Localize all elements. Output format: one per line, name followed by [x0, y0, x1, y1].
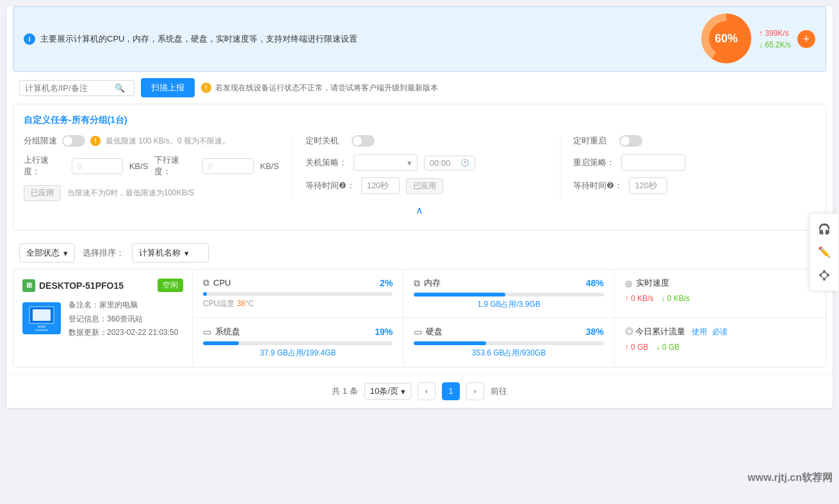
windows-icon: ⊞	[22, 279, 35, 292]
page-size-chevron: ▾	[401, 387, 405, 396]
search-icon[interactable]: 🔍	[115, 83, 125, 93]
restart-strategy-select[interactable]	[621, 154, 685, 171]
mem-detail: 1.9 GB占用/3.9GB	[414, 299, 603, 310]
collapse-button[interactable]: ∧	[24, 201, 815, 220]
info-icon: i	[24, 33, 35, 45]
restart-toggle[interactable]	[619, 135, 642, 147]
applied-button[interactable]: 已应用	[24, 185, 61, 201]
svg-rect-2	[827, 274, 829, 276]
speed-down: ↓ 65.2K/s	[759, 40, 791, 49]
banner-info: i 主要展示计算机的CPU，内存，系统盘，硬盘，实时速度等，支持对终端进行限速设…	[24, 33, 357, 45]
restart-strategy-label: 重启策略：	[573, 157, 615, 168]
speed-limit-col: 分组限速 ! 最低限速 100 KB/s。0 视为不限速。 上行速度： KB/S…	[24, 135, 279, 201]
warning-text: 若发现在线设备运行状态不正常，请尝试将客户端升级到最新版本	[215, 83, 438, 93]
sort-chevron-icon: ▾	[184, 248, 189, 258]
gauge-pct: 60%	[709, 21, 744, 56]
disk-detail: 37.9 GB占用/199.4GB	[203, 348, 393, 359]
disk-header: ▭ 系统盘 19%	[203, 326, 393, 337]
hdd-cell: ▭ 硬盘 38% 353.6 GB占用/930GB	[403, 318, 614, 367]
cpu-progress-bg	[203, 292, 393, 296]
flow-header: ◎ 今日累计流量 使用 必读	[625, 326, 815, 337]
disk-pct: 19%	[375, 327, 393, 337]
computer-update: 数据更新：2023-02-22 21:03:50	[69, 326, 178, 340]
sort-select[interactable]: 计算机名称 ▾	[132, 243, 209, 263]
limit-toggle[interactable]	[62, 135, 85, 147]
monitor-icon	[29, 306, 54, 331]
flow-cell: ◎ 今日累计流量 使用 必读 ↑ 0 GB ↓ 0 GB	[615, 318, 826, 367]
shutdown-toggle[interactable]	[352, 135, 375, 147]
svg-line-6	[820, 276, 824, 279]
search-box[interactable]: 🔍	[19, 80, 134, 96]
network-button[interactable]	[814, 265, 835, 286]
use-button[interactable]: 使用	[692, 327, 707, 336]
stats-grid: ⧉ CPU 2% CPU温度 38°C	[193, 270, 826, 367]
computer-info: 备注名：家里的电脑 登记信息：360资讯站 数据更新：2023-02-22 21…	[69, 298, 178, 340]
status-filter[interactable]: 全部状态 ▾	[19, 243, 75, 263]
hdd-progress-bg	[414, 341, 603, 345]
next-page-button[interactable]: ›	[466, 382, 484, 400]
toolbar: 🔍 扫描上报 ! 若发现在线设备运行状态不正常，请尝试将客户端升级到最新版本	[6, 72, 833, 104]
download-speed: ↓ 0 KB/s	[661, 294, 690, 303]
shutdown-col: 定时关机 关机策略： ▾ 00:00 🕐 等待时间❷：	[292, 135, 548, 201]
download-label: 下行速度：	[154, 154, 196, 177]
computer-login: 登记信息：360资讯站	[69, 313, 178, 327]
download-input[interactable]	[202, 158, 254, 174]
sort-label: 选择排序：	[83, 247, 124, 259]
upload-input[interactable]	[72, 158, 123, 174]
speed-cell: ◎ 实时速度 ↑ 0 KB/s ↓ 0 KB/s	[615, 270, 826, 318]
restart-wait-label: 等待时间❷：	[573, 180, 623, 191]
hdd-pct: 38%	[586, 327, 604, 337]
edit-button[interactable]: ✏️	[814, 242, 835, 263]
limit-label: 分组限速	[24, 135, 57, 147]
banner-right: 60% ↑ 399K/s ↓ 65.2K/s +	[701, 13, 815, 65]
shutdown-time-input[interactable]: 00:00 🕐	[424, 156, 475, 170]
page-size-selector[interactable]: 10条/页 ▾	[364, 383, 411, 400]
shutdown-wait-input[interactable]: 120秒	[361, 177, 400, 194]
cpu-progress-fill	[203, 292, 207, 296]
download-unit: KB/S	[260, 161, 279, 171]
upload-unit: KB/S	[129, 161, 149, 171]
headphone-button[interactable]: 🎧	[814, 219, 835, 240]
computer-left: ⊞ DESKTOP-51PFO15 空闲	[13, 270, 193, 367]
page-1-button[interactable]: 1	[442, 382, 460, 400]
cpu-temp: CPU温度 38°C	[203, 298, 393, 309]
shutdown-wait-label: 等待时间❷：	[305, 180, 355, 191]
disk-name: ▭ 系统盘	[203, 326, 240, 337]
hdd-name: ▭ 硬盘	[414, 326, 443, 337]
disk-cell: ▭ 系统盘 19% 37.9 GB占用/199.4GB	[193, 318, 403, 367]
speed-gauge: 60%	[701, 13, 753, 65]
top-banner: i 主要展示计算机的CPU，内存，系统盘，硬盘，实时速度等，支持对终端进行限速设…	[13, 6, 826, 72]
scan-button[interactable]: 扫描上报	[141, 78, 195, 97]
hdd-icon: ▭	[414, 327, 422, 337]
plus-button[interactable]: +	[797, 30, 815, 48]
sort-value: 计算机名称	[139, 247, 181, 259]
restart-wait-input[interactable]: 120秒	[629, 177, 667, 194]
computer-detail: 备注名：家里的电脑 登记信息：360资讯站 数据更新：2023-02-22 21…	[22, 298, 183, 340]
stats-row-1: ⧉ CPU 2% CPU温度 38°C	[193, 270, 826, 318]
warning-icon: !	[201, 83, 211, 93]
speed-icon: ◎	[625, 279, 632, 288]
status-filter-label: 全部状态	[26, 247, 60, 259]
upload-label: 上行速度：	[24, 154, 65, 177]
prev-page-button[interactable]: ‹	[418, 382, 436, 400]
search-input[interactable]	[25, 83, 115, 93]
svg-line-7	[824, 276, 828, 279]
pagination-bar: 共 1 条 10条/页 ▾ ‹ 1 › 前往	[6, 374, 833, 408]
cpu-pct: 2%	[380, 278, 393, 288]
flow-up: ↑ 0 GB	[625, 343, 649, 352]
svg-line-4	[820, 272, 824, 274]
mem-progress-fill	[414, 293, 505, 297]
shutdown-strategy-select[interactable]: ▾	[354, 154, 418, 171]
disk-icon: ▭	[203, 327, 211, 337]
upload-speed: ↑ 0 KB/s	[625, 294, 654, 303]
chevron-down-icon: ▾	[63, 248, 68, 258]
right-sidebar: 🎧 ✏️	[810, 213, 839, 291]
shutdown-applied-button[interactable]: 已应用	[406, 178, 443, 194]
shutdown-label: 定时关机	[305, 135, 339, 147]
shutdown-strategy-label: 关机策略：	[305, 157, 347, 168]
must-read-link[interactable]: 必读	[712, 327, 728, 336]
flow-down: ↓ 0 GB	[656, 343, 680, 352]
goto-label: 前往	[491, 386, 507, 397]
applied-hint: 当限速不为0时，最低限速为100KB/S	[67, 188, 194, 199]
gauge-circle: 60%	[701, 13, 751, 63]
